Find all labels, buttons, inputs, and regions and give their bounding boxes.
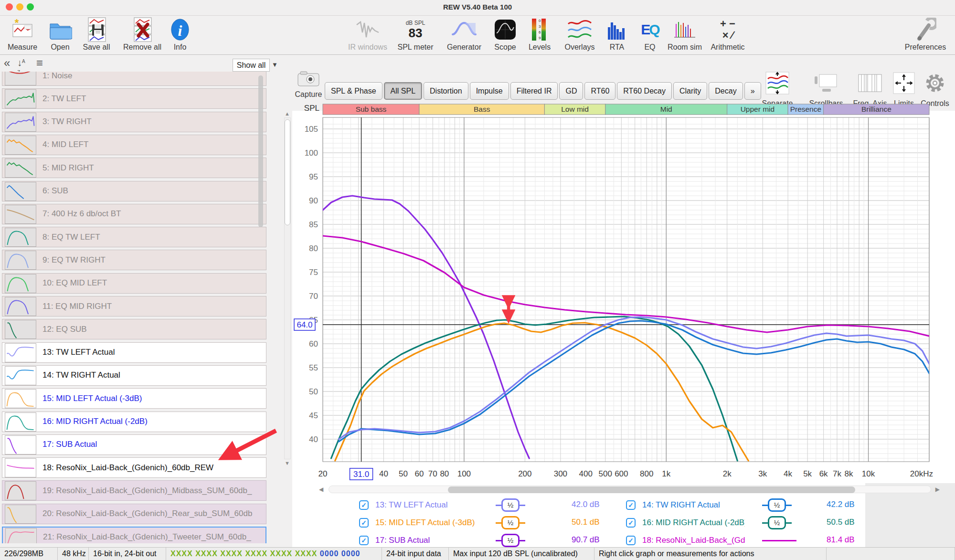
ir-windows-icon (344, 17, 392, 42)
measurement-item-10[interactable]: 10: EQ MID LEFT (2, 273, 266, 294)
measurement-item-13[interactable]: 13: TW LEFT Actual (2, 342, 266, 363)
legend-cursor-value: 42.2 dB (827, 500, 855, 509)
svg-text:3k: 3k (758, 469, 767, 478)
svg-text:40: 40 (379, 469, 388, 478)
toolbar-button-ir-windows[interactable]: IR windows (344, 17, 392, 54)
status-cell-4: 24-bit input data (382, 548, 449, 560)
measurement-item-20[interactable]: 20: ResoNix_Laid-Back_(Gdenich)_Rear_sub… (2, 504, 266, 524)
legend-checkbox[interactable]: ✓ (626, 536, 636, 545)
toolbar-button-room-sim[interactable]: Room sim (661, 17, 709, 54)
toolbar-button-info[interactable]: iInfo (156, 17, 204, 54)
scroll-left-icon[interactable]: ◀ (319, 486, 323, 493)
svg-text:95: 95 (309, 172, 318, 181)
legend-checkbox[interactable]: ✓ (626, 500, 636, 510)
measurement-label: 19: ResoNix_Laid-Back_(Gdenich)_Midbass_… (42, 486, 252, 496)
legend-checkbox[interactable]: ✓ (359, 518, 369, 528)
measurement-item-4[interactable]: 4: MID LEFT (2, 135, 266, 155)
measurement-thumbnail (5, 158, 36, 178)
legend-checkbox[interactable]: ✓ (626, 518, 636, 528)
legend-row-14: ✓ 14: TW RIGHT Actual (626, 498, 745, 512)
svg-text:100: 100 (457, 469, 471, 478)
measurement-label: 7: 400 Hz 6 db/oct BT (42, 209, 121, 219)
legend-smoothing-badge[interactable]: ½ (496, 516, 525, 529)
legend-label[interactable]: 16: MID RIGHT Actual (-2dB) (642, 518, 745, 528)
svg-text:20kHz: 20kHz (910, 469, 933, 478)
measurement-thumbnail (5, 113, 36, 132)
measurement-item-15[interactable]: 15: MID LEFT Actual (-3dB) (2, 388, 266, 409)
measurement-thumbnail (5, 72, 36, 85)
legend-smoothing-badge[interactable]: ½ (762, 516, 792, 529)
toolbar-button-generator[interactable]: Generator (440, 17, 488, 54)
measurement-thumbnail (5, 458, 36, 477)
measurement-item-16[interactable]: 16: MID RIGHT Actual (-2dB) (2, 412, 266, 432)
measurement-item-2[interactable]: 2: TW LEFT (2, 88, 266, 109)
measurement-label: 9: EQ TW RIGHT (42, 255, 106, 265)
title-bar: REW V5.40 Beta 100 (0, 0, 955, 16)
graph-horizontal-scrollbar[interactable]: ◀ ▶ (319, 485, 940, 495)
svg-text:10k: 10k (862, 469, 875, 478)
legend-label[interactable]: 18: ResoNix_Laid-Back_(Gdenich (642, 536, 745, 545)
legend-line-sample[interactable] (762, 534, 796, 547)
toolbar-button-preferences[interactable]: Preferences (902, 17, 949, 54)
svg-text:75: 75 (309, 268, 318, 277)
measurement-item-18[interactable]: 18: ResoNix_Laid-Back_(Gdenich)_60db_REW (2, 457, 266, 478)
scroll-down-icon[interactable]: ▼ (285, 460, 290, 466)
show-all-dropdown-arrow[interactable]: ▼ (272, 61, 278, 68)
legend-cursor-value: 50.1 dB (572, 518, 600, 527)
measurement-item-6[interactable]: 6: SUB (2, 181, 266, 201)
legend-smoothing-badge[interactable]: ½ (496, 498, 525, 512)
horizontal-scroll-thumb[interactable] (448, 486, 855, 493)
scroll-right-icon[interactable]: ▶ (935, 486, 940, 493)
y-axis-ticks: 105100959085807570656055504540 (305, 125, 318, 444)
info-icon: i (156, 17, 204, 42)
svg-text:4k: 4k (784, 469, 792, 478)
measurement-item-21[interactable]: 21: ResoNix_Laid-Back_(Gdenich)_Tweeter_… (2, 527, 266, 543)
legend-label[interactable]: 14: TW RIGHT Actual (642, 500, 720, 510)
measurement-item-1[interactable]: 1: Noise (2, 72, 266, 86)
graph-vertical-scrollbar[interactable]: ▲ ▼ (284, 111, 292, 466)
measurement-label: 21: ResoNix_Laid-Back_(Gdenich)_Tweeter_… (43, 532, 251, 542)
menu-icon[interactable]: ≡ (36, 56, 43, 70)
toolbar-button-arithmetic[interactable]: + −× ∕Arithmetic (704, 17, 752, 54)
vertical-scroll-thumb[interactable] (285, 119, 290, 225)
legend-label[interactable]: 13: TW LEFT Actual (375, 500, 448, 510)
legend-smoothing-badge[interactable]: ½ (496, 534, 525, 547)
toolbar-label: IR windows (344, 43, 392, 52)
x-axis-ticks: 2040506070801002003004005006008001k2k3k4… (318, 469, 933, 478)
measurement-item-14[interactable]: 14: TW RIGHT Actual (2, 365, 266, 386)
measurement-thumbnail (5, 297, 36, 316)
show-all-dropdown[interactable]: Show all (233, 59, 270, 72)
collapse-sidebar-icon[interactable]: « (4, 56, 10, 70)
measurement-item-17[interactable]: 17: SUB Actual (2, 434, 266, 455)
sidebar-scrollbar[interactable] (258, 75, 263, 227)
spl-chart[interactable]: Sub bassBassLow midMidUpper midPresenceB… (292, 93, 955, 499)
measurement-item-9[interactable]: 9: EQ TW RIGHT (2, 250, 266, 270)
measurement-item-19[interactable]: 19: ResoNix_Laid-Back_(Gdenich)_Midbass_… (2, 480, 266, 501)
curve-17 (323, 196, 529, 458)
measurement-item-8[interactable]: 8: EQ TW LEFT (2, 227, 266, 247)
legend-checkbox[interactable]: ✓ (359, 536, 369, 545)
legend-checkbox[interactable]: ✓ (359, 500, 369, 510)
svg-text:200: 200 (518, 469, 531, 478)
legend-row-13: ✓ 13: TW LEFT Actual (359, 498, 478, 512)
svg-text:60: 60 (415, 469, 424, 478)
measurement-item-5[interactable]: 5: MID RIGHT (2, 158, 266, 178)
measurement-item-3[interactable]: 3: TW RIGHT (2, 112, 266, 132)
legend-smoothing-badge[interactable]: ½ (762, 498, 792, 512)
toolbar-button-save-all[interactable]: Save all (73, 17, 120, 54)
scroll-up-icon[interactable]: ▲ (285, 111, 290, 116)
svg-text:6k: 6k (819, 469, 828, 478)
legend-label[interactable]: 15: MID LEFT Actual (-3dB) (375, 518, 475, 528)
toolbar-button-spl-meter[interactable]: dB SPL83SPL meter (392, 17, 439, 54)
measurement-item-7[interactable]: 7: 400 Hz 6 db/oct BT (2, 204, 266, 224)
measurement-thumbnail (5, 182, 36, 201)
wrench-icon (902, 17, 949, 42)
measurement-item-11[interactable]: 11: EQ MID RIGHT (2, 296, 266, 317)
legend-row-18: ✓ 18: ResoNix_Laid-Back_(Gdenich (626, 534, 745, 547)
legend-cursor-value: 90.7 dB (572, 535, 600, 545)
measurement-label: 16: MID RIGHT Actual (-2dB) (42, 417, 148, 426)
legend-label[interactable]: 17: SUB Actual (375, 536, 430, 545)
svg-text:6: 6 (539, 30, 541, 34)
measurement-item-12[interactable]: 12: EQ SUB (2, 319, 266, 339)
svg-text:9: 9 (539, 36, 541, 40)
